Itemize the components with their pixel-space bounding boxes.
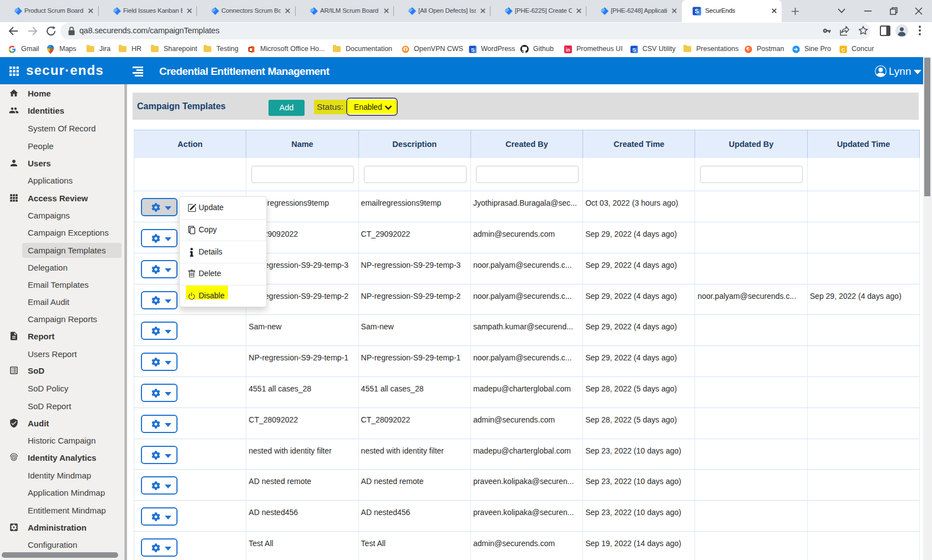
svg-text:S: S bbox=[632, 47, 636, 53]
svg-text:S: S bbox=[695, 8, 698, 14]
svg-text:S: S bbox=[471, 47, 475, 53]
svg-text:in: in bbox=[566, 47, 570, 53]
svg-text:C: C bbox=[842, 47, 845, 53]
